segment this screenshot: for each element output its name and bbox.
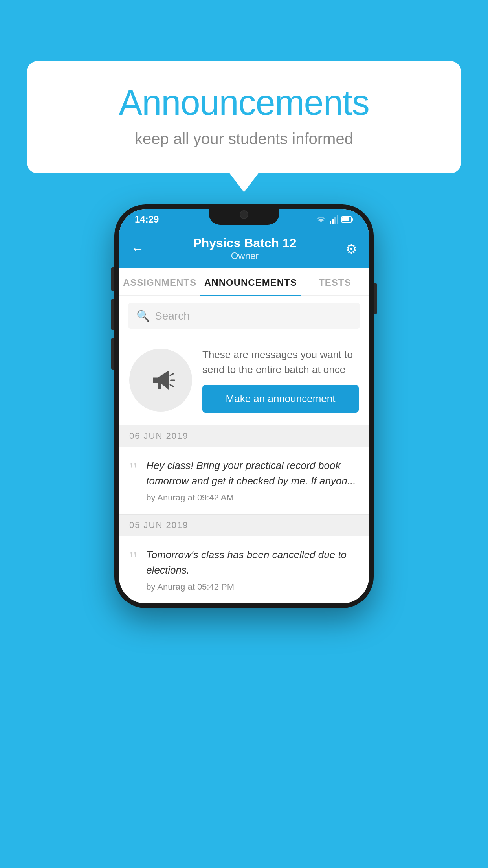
- app-header: ← Physics Batch 12 Owner ⚙: [119, 229, 369, 268]
- back-button[interactable]: ←: [131, 241, 144, 256]
- announcement-content-1: Hey class! Bring your practical record b…: [146, 458, 359, 503]
- quote-icon-1: ": [129, 460, 138, 480]
- date-separator-2: 05 JUN 2019: [119, 514, 369, 536]
- svg-rect-2: [334, 217, 336, 224]
- tab-tests[interactable]: TESTS: [301, 268, 369, 295]
- header-title: Physics Batch 12: [193, 236, 296, 250]
- announcement-meta-2: by Anurag at 05:42 PM: [146, 582, 359, 592]
- wifi-icon: [316, 215, 327, 224]
- phone-camera: [240, 210, 248, 219]
- announcement-text-2: Tomorrow's class has been cancelled due …: [146, 547, 359, 578]
- date-separator-1: 06 JUN 2019: [119, 425, 369, 447]
- announcement-text-1: Hey class! Bring your practical record b…: [146, 458, 359, 489]
- announcement-item-2[interactable]: " Tomorrow's class has been cancelled du…: [119, 536, 369, 603]
- announcement-icon-circle: [129, 349, 192, 412]
- header-title-block: Physics Batch 12 Owner: [193, 236, 296, 261]
- speech-bubble-title: Announcements: [50, 83, 438, 123]
- cta-description: These are messages you want to send to t…: [202, 348, 359, 377]
- svg-rect-1: [332, 219, 334, 224]
- settings-icon[interactable]: ⚙: [345, 241, 357, 257]
- phone-body: 14:29: [114, 204, 374, 608]
- header-subtitle: Owner: [193, 250, 296, 261]
- tab-announcements[interactable]: ANNOUNCEMENTS: [200, 268, 301, 295]
- signal-icon: [330, 215, 338, 224]
- announcement-content-2: Tomorrow's class has been cancelled due …: [146, 547, 359, 592]
- svg-rect-6: [342, 217, 349, 221]
- phone-screen: 14:29: [119, 209, 369, 603]
- svg-rect-3: [337, 215, 338, 224]
- speech-bubble-container: Announcements keep all your students inf…: [27, 61, 461, 173]
- speech-bubble-subtitle: keep all your students informed: [50, 130, 438, 148]
- cta-right: These are messages you want to send to t…: [202, 348, 359, 413]
- status-icons: [316, 215, 353, 224]
- battery-icon: [341, 216, 353, 223]
- speech-bubble: Announcements keep all your students inf…: [27, 61, 461, 173]
- phone-btn-silent: [111, 338, 114, 370]
- quote-icon-2: ": [129, 549, 138, 569]
- search-bar: 🔍 Search: [119, 296, 369, 336]
- svg-line-7: [170, 374, 173, 375]
- phone-mockup: 14:29: [114, 204, 374, 608]
- phone-btn-vol-up: [111, 267, 114, 291]
- search-input-wrap[interactable]: 🔍 Search: [128, 303, 360, 329]
- tab-assignments[interactable]: ASSIGNMENTS: [119, 268, 200, 295]
- phone-btn-vol-down: [111, 299, 114, 330]
- phone-notch: [209, 204, 279, 225]
- cta-section: These are messages you want to send to t…: [119, 336, 369, 425]
- status-time: 14:29: [135, 214, 159, 225]
- svg-line-9: [170, 385, 173, 386]
- search-icon: 🔍: [136, 309, 150, 322]
- tabs: ASSIGNMENTS ANNOUNCEMENTS TESTS: [119, 268, 369, 296]
- announcement-meta-1: by Anurag at 09:42 AM: [146, 493, 359, 503]
- svg-rect-5: [352, 218, 353, 221]
- phone-btn-power: [374, 283, 377, 314]
- announcement-item-1[interactable]: " Hey class! Bring your practical record…: [119, 447, 369, 514]
- megaphone-icon: [145, 364, 176, 396]
- svg-rect-0: [330, 221, 331, 224]
- make-announcement-button[interactable]: Make an announcement: [202, 385, 359, 413]
- search-placeholder: Search: [155, 310, 190, 322]
